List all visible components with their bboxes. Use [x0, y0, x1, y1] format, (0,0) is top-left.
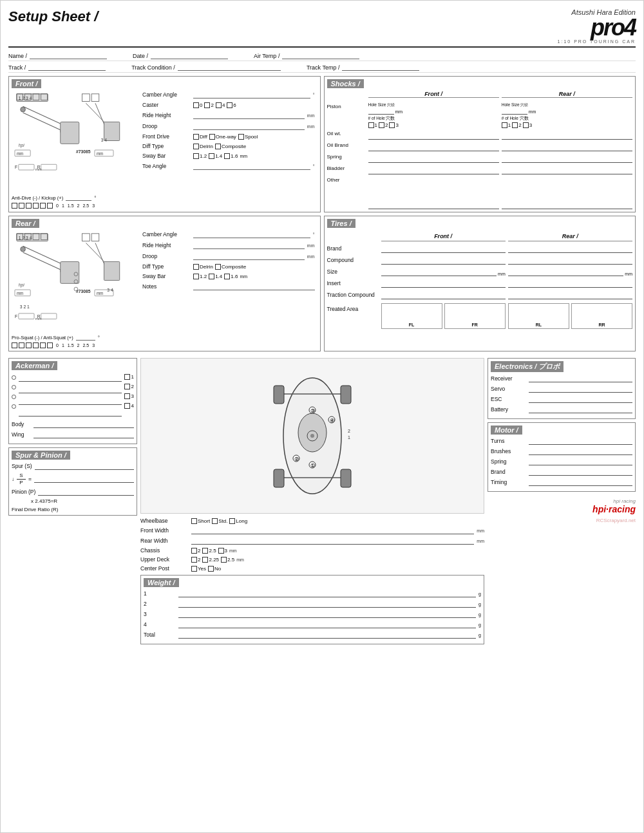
caster-cb-4[interactable]: 4 [216, 102, 225, 108]
rear-sway-1.6[interactable]: 1.6 [224, 274, 238, 279]
rear-sway-checkboxes: 1.2 1.4 1.6 mm [193, 274, 247, 279]
rear-angle-cb-0[interactable] [12, 342, 17, 348]
rear-diff-delrin[interactable]: Delrin [193, 264, 213, 270]
front-hole-2[interactable]: 2 [379, 122, 388, 128]
caster-row: Caster 0 2 4 6 [142, 102, 315, 108]
center-post-checkboxes: Yes No [191, 566, 221, 572]
upper-deck-checkboxes: 2 2.25 2.5 mm [191, 557, 244, 563]
spur-pinion-section: Spur & Pinion / Spur (S) ↓ S P = [8, 447, 137, 516]
rear-hole-2[interactable]: 2 [512, 122, 521, 128]
svg-text:1 2 3 4: 1 2 3 4 [19, 96, 32, 100]
weight-2-line [178, 600, 476, 608]
svg-text:mm: mm [35, 317, 42, 321]
front-angle-cb-0[interactable] [12, 203, 17, 209]
rear-sway-1.2[interactable]: 1.2 [193, 274, 207, 279]
sway-1.4[interactable]: 1.4 [209, 153, 222, 159]
rear-sway-1.4[interactable]: 1.4 [209, 274, 222, 279]
chassis-2[interactable]: 2 [191, 548, 200, 554]
camber-row: Camber Angle ° [142, 91, 315, 98]
bottom-grid: Ackerman / [8, 358, 636, 644]
spur-arrow: ↓ [12, 476, 14, 482]
servo-row: Servo [491, 385, 632, 393]
tire-rr-box: RR [571, 303, 632, 329]
wb-long[interactable]: Long [229, 518, 247, 524]
rear-hole-size-line [502, 108, 527, 115]
rear-width-row: Rear Width mm [140, 537, 484, 545]
drive-spool[interactable]: Spool [238, 134, 258, 140]
name-input-line [30, 53, 107, 59]
sway-1.6[interactable]: 1.6 [224, 153, 238, 159]
rear-angle-cb-3[interactable] [33, 342, 39, 348]
front-hole-3[interactable]: 3 [389, 122, 398, 128]
rear-angle-cb-4[interactable] [40, 342, 46, 348]
front-angle-cb-1[interactable] [19, 203, 24, 209]
wb-std[interactable]: Std. [212, 518, 227, 524]
upper-2.5[interactable]: 2.5 [221, 557, 234, 563]
rear-angle-cb-5[interactable] [47, 342, 53, 348]
chassis-2.5[interactable]: 2.5 [202, 548, 216, 554]
svg-rect-48 [41, 314, 57, 319]
svg-text:F: F [15, 165, 17, 169]
shocks-grid: Front / Rear / Piston Hole Size 穴径 mm # … [327, 91, 633, 209]
rear-droop-row: Droop mm [142, 252, 315, 260]
rear-hole-1[interactable]: 1 [502, 122, 511, 128]
upper-2.25[interactable]: 2.25 [202, 557, 219, 563]
date-input-line [151, 53, 228, 59]
center-post-no[interactable]: No [208, 566, 221, 572]
front-hole-count-checkboxes: 1 2 3 [368, 122, 499, 128]
camber-line [193, 91, 310, 98]
tires-grid: Front / Rear / Brand Compound Size mm mm… [327, 233, 633, 299]
chassis-checkboxes: 2 2.5 3 mm [191, 548, 237, 554]
svg-rect-68 [341, 469, 351, 487]
rear-diff-composite[interactable]: Composite [215, 264, 246, 270]
esc-line [529, 395, 632, 403]
car-top-view-svg: ③ ④ ② ① 2 1 [248, 359, 377, 513]
drive-diff[interactable]: Diff [193, 134, 207, 140]
spur-fraction: S P [17, 473, 26, 485]
svg-text:hpi: hpi [19, 143, 25, 148]
chassis-3[interactable]: 3 [218, 548, 227, 554]
caster-cb-6[interactable]: 6 [227, 102, 236, 108]
front-hole-1[interactable]: 1 [368, 122, 377, 128]
rear-angle-boxes: 0 1 1.5 2 2.5 3 [12, 342, 137, 348]
front-angle-cb-5[interactable] [47, 203, 53, 209]
ack-dot-1 [12, 375, 16, 380]
front-angle-cb-4[interactable] [40, 203, 46, 209]
rear-ride-height-row: Ride Height mm [142, 241, 315, 249]
front-width-row: Front Width mm [140, 527, 484, 534]
sway-1.2[interactable]: 1.2 [193, 153, 207, 159]
svg-text:hpi: hpi [19, 283, 25, 288]
ackerman-numbers: 1 2 3 4 [124, 373, 134, 409]
diff-delrin[interactable]: Delrin [193, 144, 213, 149]
tire-rear-size [508, 267, 624, 276]
weight-3-line [178, 610, 476, 618]
ackerman-content: 1 2 3 4 [12, 373, 134, 416]
svg-text:F: F [15, 314, 17, 319]
caster-cb-2[interactable]: 2 [204, 102, 213, 108]
front-angle-cb-2[interactable] [26, 203, 32, 209]
page: Setup Sheet / Atsushi Hara Edition pro4 … [0, 0, 644, 833]
svg-text:②: ② [294, 456, 299, 462]
diff-composite[interactable]: Composite [215, 144, 246, 149]
rear-hole-3[interactable]: 3 [523, 122, 532, 128]
shocks-rear-piston: Hole Size 穴径 mm # of Hole 穴数 1 2 3 [502, 102, 632, 128]
upper-2[interactable]: 2 [191, 557, 200, 563]
svg-rect-52 [91, 234, 99, 241]
wb-short[interactable]: Short [191, 518, 210, 524]
center-post-yes[interactable]: Yes [191, 566, 206, 572]
svg-rect-18 [41, 164, 57, 170]
rear-diff-checkboxes: Delrin Composite [193, 264, 246, 270]
drive-oneway[interactable]: One-way [209, 134, 236, 140]
page-title: Setup Sheet / [8, 8, 98, 25]
rear-diff-type-row: Diff Type Delrin Composite [142, 263, 315, 270]
turns-line [529, 437, 632, 445]
track-temp-field: Track Temp / [307, 64, 420, 71]
caster-cb-0[interactable]: 0 [193, 102, 202, 108]
svg-text:mm: mm [17, 151, 23, 156]
rear-ride-height-line [193, 241, 305, 249]
weight-total-line [178, 631, 476, 639]
svg-rect-55 [104, 261, 120, 280]
rear-angle-cb-1[interactable] [19, 342, 24, 348]
rear-angle-cb-2[interactable] [26, 342, 32, 348]
front-angle-cb-3[interactable] [33, 203, 39, 209]
